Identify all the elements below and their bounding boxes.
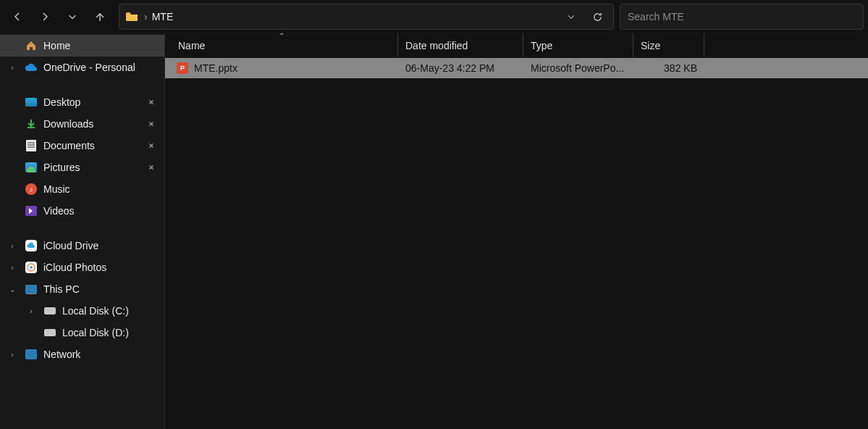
chevron-right-icon[interactable]: ›: [6, 242, 19, 250]
breadcrumb-separator: ›: [144, 11, 148, 22]
videos-icon: [25, 204, 38, 217]
chevron-right-icon[interactable]: ›: [6, 64, 19, 72]
breadcrumb[interactable]: › MTE: [144, 11, 555, 22]
powerpoint-file-icon: P: [177, 62, 188, 74]
file-list[interactable]: P MTE.pptx 06-May-23 4:22 PM Microsoft P…: [165, 58, 868, 429]
sidebar-item-home[interactable]: Home: [0, 35, 164, 57]
recent-locations-button[interactable]: [59, 4, 85, 30]
column-header-size[interactable]: Size: [633, 33, 704, 57]
sidebar-item-label: Desktop: [43, 96, 138, 108]
sidebar: Home › OneDrive - Personal Desktop Downl…: [0, 33, 165, 429]
column-headers: ⌃ Name Date modified Type Size: [165, 33, 868, 58]
sidebar-item-label: Documents: [43, 140, 138, 151]
chevron-down-icon: [567, 12, 576, 21]
sidebar-item-label: Downloads: [43, 118, 138, 130]
pictures-icon: [25, 161, 38, 174]
sidebar-item-label: Network: [43, 349, 159, 360]
sidebar-item-label: Pictures: [43, 162, 138, 173]
pin-icon: [144, 163, 159, 172]
column-header-label: Type: [531, 40, 552, 51]
sidebar-item-icloud-photos[interactable]: › iCloud Photos: [0, 257, 164, 278]
sidebar-item-label: Videos: [43, 205, 159, 217]
chevron-down-icon[interactable]: ⌄: [6, 286, 19, 293]
documents-icon: [25, 139, 38, 152]
column-header-type[interactable]: Type: [523, 33, 633, 57]
file-row[interactable]: P MTE.pptx 06-May-23 4:22 PM Microsoft P…: [165, 58, 868, 78]
file-date: 06-May-23 4:22 PM: [398, 62, 523, 74]
sidebar-item-pictures[interactable]: Pictures: [0, 157, 164, 178]
refresh-button[interactable]: [587, 7, 607, 27]
column-header-label: Date modified: [405, 40, 468, 51]
up-button[interactable]: [87, 4, 113, 30]
disk-icon: [43, 326, 56, 339]
forward-button[interactable]: [32, 4, 58, 30]
sidebar-item-network[interactable]: › Network: [0, 343, 164, 365]
sidebar-item-disk-c[interactable]: › Local Disk (C:): [0, 300, 164, 322]
folder-icon: [125, 11, 138, 23]
column-header-name[interactable]: ⌃ Name: [165, 33, 398, 57]
address-bar[interactable]: › MTE: [119, 4, 614, 30]
toolbar: › MTE: [0, 0, 868, 33]
file-name: MTE.pptx: [194, 62, 237, 74]
svg-point-1: [30, 266, 33, 269]
file-list-pane: ⌃ Name Date modified Type Size P MTE.ppt…: [165, 33, 868, 429]
sidebar-item-disk-d[interactable]: › Local Disk (D:): [0, 322, 164, 343]
sidebar-item-label: This PC: [43, 283, 159, 295]
back-button[interactable]: [4, 4, 30, 30]
sidebar-item-documents[interactable]: Documents: [0, 135, 164, 157]
arrow-right-icon: [39, 11, 51, 22]
file-size: 382 KB: [633, 62, 704, 74]
sidebar-item-label: Local Disk (D:): [62, 327, 159, 338]
column-header-label: Size: [641, 40, 660, 51]
sidebar-item-downloads[interactable]: Downloads: [0, 113, 164, 135]
music-icon: ♪: [25, 183, 38, 196]
sidebar-item-label: Home: [43, 40, 159, 51]
pin-icon: [144, 120, 159, 128]
sidebar-item-label: Music: [43, 183, 159, 195]
pin-icon: [144, 141, 159, 150]
column-header-date[interactable]: Date modified: [398, 33, 523, 57]
home-icon: [25, 39, 38, 52]
icloud-photos-icon: [25, 261, 38, 274]
refresh-icon: [592, 12, 603, 22]
sidebar-item-label: Local Disk (C:): [62, 305, 159, 317]
file-type: Microsoft PowerPo...: [523, 62, 633, 74]
sidebar-item-this-pc[interactable]: ⌄ This PC: [0, 278, 164, 300]
sidebar-item-label: iCloud Drive: [43, 240, 159, 251]
arrow-left-icon: [12, 11, 23, 22]
pc-icon: [25, 283, 38, 296]
sidebar-item-videos[interactable]: Videos: [0, 200, 164, 222]
chevron-down-icon: [67, 12, 77, 22]
sidebar-item-onedrive[interactable]: › OneDrive - Personal: [0, 57, 164, 78]
address-dropdown-button[interactable]: [561, 7, 581, 27]
desktop-icon: [25, 96, 38, 109]
downloads-icon: [25, 117, 38, 130]
chevron-right-icon[interactable]: ›: [25, 307, 38, 315]
column-header-label: Name: [178, 40, 205, 51]
search-input[interactable]: [628, 11, 856, 22]
pin-icon: [144, 98, 159, 107]
arrow-up-icon: [94, 11, 106, 22]
search-box[interactable]: [620, 4, 864, 30]
network-icon: [25, 348, 38, 361]
onedrive-icon: [25, 61, 38, 74]
sidebar-item-music[interactable]: ♪ Music: [0, 178, 164, 200]
sidebar-item-icloud-drive[interactable]: › iCloud Drive: [0, 235, 164, 257]
sidebar-item-label: iCloud Photos: [43, 262, 159, 273]
breadcrumb-folder[interactable]: MTE: [152, 11, 174, 22]
sort-ascending-icon: ⌃: [279, 32, 285, 40]
chevron-right-icon[interactable]: ›: [6, 264, 19, 272]
sidebar-item-desktop[interactable]: Desktop: [0, 91, 164, 113]
chevron-right-icon[interactable]: ›: [6, 351, 19, 359]
sidebar-item-label: OneDrive - Personal: [43, 62, 159, 73]
disk-icon: [43, 304, 56, 317]
icloud-drive-icon: [25, 239, 38, 252]
